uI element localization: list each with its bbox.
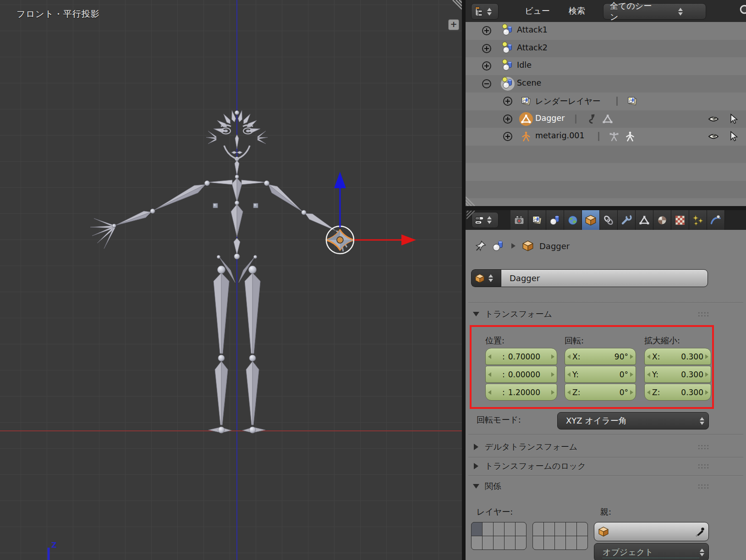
panel-drag-grip[interactable] <box>697 463 709 469</box>
layer-cell[interactable] <box>577 536 587 549</box>
properties-editor[interactable]: Dagger Dagger トランスフォーム 位置: <box>466 210 746 560</box>
cursor-icon[interactable] <box>728 131 739 142</box>
panel-header-transform-lock[interactable]: トランスフォームのロック <box>466 459 746 473</box>
location-z-field[interactable]: :1.20000 <box>485 384 557 401</box>
tab-render[interactable] <box>510 210 528 230</box>
tab-modifiers[interactable] <box>618 210 636 230</box>
tab-world[interactable] <box>564 210 582 230</box>
increment-arrow[interactable] <box>551 372 554 377</box>
viewport-3d[interactable]: Z フロント・平行投影 + <box>0 0 462 560</box>
layer-cell[interactable] <box>577 522 587 536</box>
tab-object[interactable] <box>582 210 600 230</box>
outliner-editor[interactable]: ビュー 検索 全てのシーン <box>466 0 746 206</box>
outliner-display-mode-select[interactable] <box>471 3 499 20</box>
layer-cell[interactable] <box>516 536 526 549</box>
object-name-input[interactable]: Dagger <box>501 269 708 287</box>
layer-cell[interactable] <box>505 522 515 536</box>
tab-physics[interactable] <box>707 210 725 230</box>
renderlayer-icon[interactable] <box>627 96 638 107</box>
decrement-arrow[interactable] <box>647 372 650 377</box>
panel-drag-grip[interactable] <box>697 484 709 489</box>
layers-grid-2[interactable] <box>532 522 588 550</box>
expand-icon[interactable] <box>482 26 491 35</box>
outliner-row-metarig[interactable]: metarig.001 <box>466 128 746 146</box>
outliner-row-attack1[interactable]: Attack1 <box>466 22 746 40</box>
layer-cell[interactable] <box>566 522 576 536</box>
layer-cell[interactable] <box>555 536 565 549</box>
outliner-item-label[interactable]: Attack1 <box>517 25 548 34</box>
rotation-mode-select[interactable]: XYZ オイラー角 <box>557 412 709 430</box>
scale-y-field[interactable]: Y:0.300 <box>644 366 711 383</box>
id-block-selector[interactable] <box>471 269 501 287</box>
cursor-icon[interactable] <box>728 114 739 125</box>
scale-x-field[interactable]: X:0.300 <box>644 348 711 365</box>
panel-drag-grip[interactable] <box>697 444 709 450</box>
outliner-item-label[interactable]: Attack2 <box>517 43 548 52</box>
collapse-icon[interactable] <box>482 79 491 88</box>
eye-icon[interactable] <box>708 114 719 125</box>
tab-object-data[interactable] <box>636 210 653 230</box>
layers-grid-1[interactable] <box>471 522 527 550</box>
decrement-arrow[interactable] <box>647 390 650 395</box>
decrement-arrow[interactable] <box>488 372 491 377</box>
increment-arrow[interactable] <box>630 354 633 359</box>
manipulator-x-arrow[interactable] <box>354 234 416 245</box>
expand-icon[interactable] <box>503 132 512 141</box>
layer-cell[interactable] <box>494 536 504 549</box>
outliner-item-label[interactable]: Idle <box>517 60 532 70</box>
panel-header-transform[interactable]: トランスフォーム <box>466 307 746 321</box>
outliner-scene-filter-select[interactable]: 全てのシーン <box>603 3 706 20</box>
magnifier-icon[interactable] <box>739 4 746 17</box>
layer-cell[interactable] <box>555 522 565 536</box>
layer-cell[interactable] <box>544 522 554 536</box>
outliner-corner-grip[interactable] <box>466 196 476 206</box>
outliner-item-label[interactable]: Scene <box>517 78 541 87</box>
layer-cell[interactable] <box>533 522 543 536</box>
increment-arrow[interactable] <box>630 372 633 377</box>
tab-render-layers[interactable] <box>528 210 546 230</box>
decrement-arrow[interactable] <box>567 354 570 359</box>
decrement-arrow[interactable] <box>567 390 570 395</box>
decrement-arrow[interactable] <box>488 354 491 359</box>
increment-arrow[interactable] <box>630 390 633 395</box>
layer-cell[interactable] <box>505 536 515 549</box>
parent-object-field[interactable] <box>594 522 709 541</box>
panel-drag-grip[interactable] <box>697 311 709 317</box>
increment-arrow[interactable] <box>551 354 554 359</box>
layer-cell[interactable] <box>566 536 576 549</box>
outliner-row-dagger[interactable]: Dagger <box>466 110 746 128</box>
layer-cell[interactable] <box>533 536 543 549</box>
outliner-search-menu[interactable]: 検索 <box>569 5 585 16</box>
outliner-item-label[interactable]: レンダーレイヤー <box>535 96 600 107</box>
rotation-y-field[interactable]: Y:0° <box>565 366 636 383</box>
rotation-x-field[interactable]: X:90° <box>565 348 636 365</box>
area-divider[interactable] <box>466 206 746 210</box>
outliner-item-label[interactable]: metarig.001 <box>535 131 585 140</box>
increment-arrow[interactable] <box>705 372 708 377</box>
hook-icon[interactable] <box>586 114 597 125</box>
outliner-row-render-layers[interactable]: レンダーレイヤー <box>466 92 746 110</box>
expand-icon[interactable] <box>503 114 512 124</box>
scale-z-field[interactable]: Z:0.300 <box>644 384 711 401</box>
expand-icon[interactable] <box>482 44 491 53</box>
layer-cell[interactable] <box>494 522 504 536</box>
increment-arrow[interactable] <box>705 390 708 395</box>
layer-cell[interactable] <box>483 536 493 549</box>
tab-texture[interactable] <box>671 210 689 230</box>
outliner-tree[interactable]: Attack1 Attack2 Idle Sc <box>466 22 746 206</box>
manipulator-z-arrow[interactable] <box>334 172 346 228</box>
eyedropper-icon[interactable] <box>695 526 706 537</box>
mesh-data-icon[interactable] <box>602 114 613 125</box>
increment-arrow[interactable] <box>705 354 708 359</box>
scene-icon[interactable] <box>492 240 504 252</box>
pin-icon[interactable] <box>475 240 487 252</box>
panel-header-relations[interactable]: 関係 <box>466 479 746 494</box>
dagger-object[interactable] <box>326 230 354 250</box>
layer-cell-active[interactable] <box>472 522 482 536</box>
location-y-field[interactable]: :0.00000 <box>485 366 557 383</box>
layer-cell[interactable] <box>516 522 526 536</box>
decrement-arrow[interactable] <box>488 390 491 395</box>
armature-figure[interactable] <box>90 110 349 433</box>
increment-arrow[interactable] <box>551 390 554 395</box>
panel-header-delta-transform[interactable]: デルタトランスフォーム <box>466 440 746 454</box>
